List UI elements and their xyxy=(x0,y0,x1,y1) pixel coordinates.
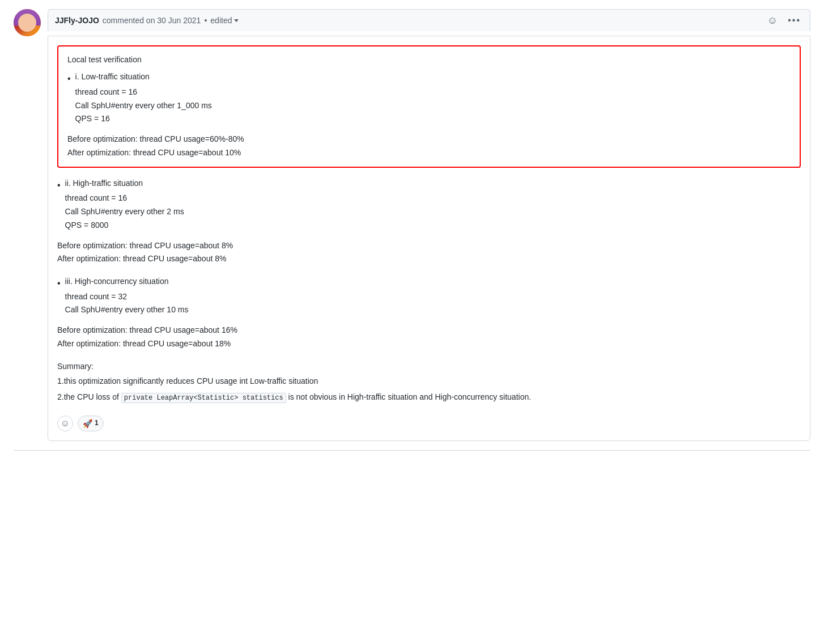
high-traffic-stats: Before optimization: thread CPU usage=ab… xyxy=(57,239,801,266)
add-reaction-button[interactable]: ☺ xyxy=(57,416,73,431)
chevron-down-icon xyxy=(234,19,239,22)
high-concurrency-details: thread count = 32 Call SphU#entry every … xyxy=(65,290,801,317)
low-traffic-details: thread count = 16 Call SphU#entry every … xyxy=(75,86,791,126)
thread-count-conc: thread count = 32 xyxy=(65,290,801,304)
after-high: After optimization: thread CPU usage=abo… xyxy=(57,252,801,266)
low-traffic-stats: Before optimization: thread CPU usage=60… xyxy=(67,133,791,160)
comment-body: Local test verification • i. Low-traffic… xyxy=(48,36,810,441)
call-entry-low: Call SphU#entry every other 1_000 ms xyxy=(75,99,791,113)
bullet-content: i. Low-traffic situation thread count = … xyxy=(75,70,791,126)
high-traffic-details: thread count = 16 Call SphU#entry every … xyxy=(65,192,801,232)
smiley-icon: ☺ xyxy=(61,416,70,431)
high-concurrency-title: iii. High-concurrency situation xyxy=(65,275,801,287)
high-concurrency-stats: Before optimization: thread CPU usage=ab… xyxy=(57,324,801,351)
bullet-content: iii. High-concurrency situation thread c… xyxy=(65,275,801,317)
comment-header-left: JJFly-JOJO commented on 30 Jun 2021 • ed… xyxy=(55,16,239,25)
before-conc: Before optimization: thread CPU usage=ab… xyxy=(57,324,801,337)
summary-line2: 2.the CPU loss of private LeapArray<Stat… xyxy=(57,391,801,404)
comment-header: JJFly-JOJO commented on 30 Jun 2021 • ed… xyxy=(48,9,810,31)
bottom-divider xyxy=(14,450,810,451)
comment-wrapper: JJFly-JOJO commented on 30 Jun 2021 • ed… xyxy=(0,0,824,450)
after-conc: After optimization: thread CPU usage=abo… xyxy=(57,337,801,351)
bullet-content: ii. High-traffic situation thread count … xyxy=(65,177,801,232)
edited-badge[interactable]: edited xyxy=(210,16,239,25)
more-options-button[interactable]: ••• xyxy=(785,14,803,27)
bullet-icon: • xyxy=(67,71,71,126)
bullet-icon: • xyxy=(57,178,61,232)
summary-line2-suffix: is not obvious in High-traffic situation… xyxy=(288,392,532,401)
section-title: Local test verification xyxy=(67,53,791,66)
low-traffic-list: • i. Low-traffic situation thread count … xyxy=(67,70,791,126)
after-low: After optimization: thread CPU usage=abo… xyxy=(67,146,791,160)
bullet-icon: • xyxy=(57,276,61,317)
summary-title: Summary: xyxy=(57,360,801,372)
author-name[interactable]: JJFly-JOJO xyxy=(55,16,99,25)
rocket-emoji: 🚀 xyxy=(83,417,92,430)
rocket-count: 1 xyxy=(95,418,99,429)
high-traffic-title: ii. High-traffic situation xyxy=(65,177,801,189)
before-low: Before optimization: thread CPU usage=60… xyxy=(67,133,791,146)
high-concurrency-list: • iii. High-concurrency situation thread… xyxy=(57,275,801,317)
comment-header-right: ☺ ••• xyxy=(766,14,803,27)
qps-low: QPS = 16 xyxy=(75,112,791,126)
comment-meta: commented on 30 Jun 2021 xyxy=(103,16,201,25)
qps-high: QPS = 8000 xyxy=(65,219,801,232)
list-item: • i. Low-traffic situation thread count … xyxy=(67,70,791,126)
before-high: Before optimization: thread CPU usage=ab… xyxy=(57,239,801,253)
high-concurrency-section: • iii. High-concurrency situation thread… xyxy=(57,275,801,351)
list-item: • ii. High-traffic situation thread coun… xyxy=(57,177,801,232)
comment-container: JJFly-JOJO commented on 30 Jun 2021 • ed… xyxy=(48,9,810,441)
summary-line1: 1.this optimization significantly reduce… xyxy=(57,375,801,388)
high-traffic-section: • ii. High-traffic situation thread coun… xyxy=(57,177,801,266)
list-item: • iii. High-concurrency situation thread… xyxy=(57,275,801,317)
avatar xyxy=(14,9,41,36)
summary-section: Summary: 1.this optimization significant… xyxy=(57,360,801,404)
edited-label: edited xyxy=(210,16,232,25)
reaction-bar: ☺ 🚀 1 xyxy=(57,411,801,431)
rocket-reaction[interactable]: 🚀 1 xyxy=(78,416,104,431)
highlighted-box: Local test verification • i. Low-traffic… xyxy=(57,45,801,168)
inline-code: private LeapArray<Statistic> statistics xyxy=(121,393,286,403)
thread-count-low: thread count = 16 xyxy=(75,86,791,99)
add-reaction-button[interactable]: ☺ xyxy=(766,14,779,27)
call-entry-high: Call SphU#entry every other 2 ms xyxy=(65,205,801,219)
high-traffic-list: • ii. High-traffic situation thread coun… xyxy=(57,177,801,232)
low-traffic-title: i. Low-traffic situation xyxy=(75,70,791,83)
thread-count-high: thread count = 16 xyxy=(65,192,801,205)
summary-line2-prefix: 2.the CPU loss of xyxy=(57,392,119,401)
call-entry-conc: Call SphU#entry every other 10 ms xyxy=(65,303,801,317)
